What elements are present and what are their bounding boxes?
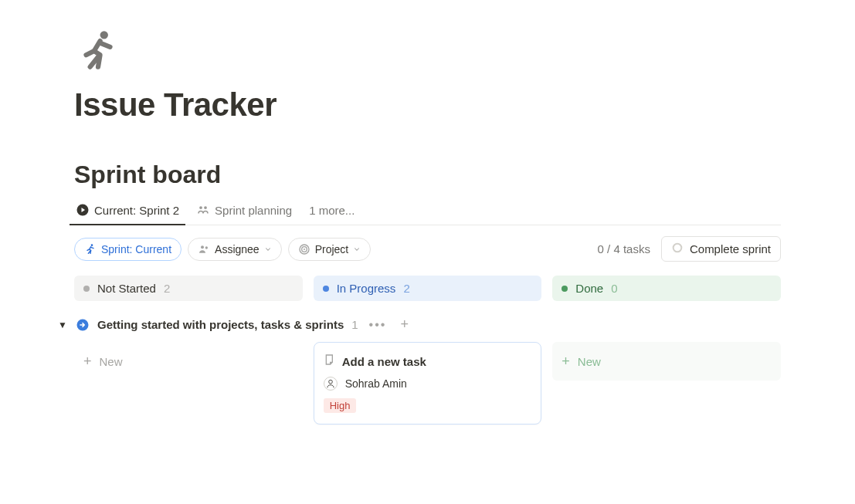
column-label: In Progress [337,282,396,295]
svg-point-12 [328,380,332,384]
play-circle-icon [76,203,90,217]
toolbar: Sprint: Current Assignee Project [74,236,781,262]
section-title: Sprint board [74,161,781,189]
cards-row: + New Add a new task Sohrab Amin H [74,342,781,425]
people-icon [198,243,210,255]
column-count: 2 [164,282,170,295]
progress-circle-icon [671,242,684,256]
svg-point-5 [201,245,204,249]
chevron-down-icon [353,245,361,253]
avatar [324,377,338,391]
target-icon [298,243,310,255]
new-label: New [578,355,601,368]
filter-label: Project [315,243,349,255]
tab-label: Current: Sprint 2 [94,204,179,217]
page-title: Issue Tracker [74,86,781,123]
task-count: 0 / 4 tasks [598,242,650,255]
group-title[interactable]: Getting started with projects, tasks & s… [97,318,344,331]
svg-point-2 [199,206,202,209]
filter-assignee[interactable]: Assignee [188,238,282,261]
group-count: 1 [351,318,358,331]
new-card-button[interactable]: + New [552,342,781,381]
card-assignee: Sohrab Amin [324,377,532,391]
new-label: New [100,355,123,368]
slot-in-progress: Add a new task Sohrab Amin High [314,342,542,425]
right-tools: 0 / 4 tasks Complete sprint [598,236,781,262]
button-label: Complete sprint [690,242,771,255]
plus-icon: + [562,354,570,368]
note-icon [324,353,336,369]
column-count: 2 [403,282,409,295]
task-card[interactable]: Add a new task Sohrab Amin High [314,342,542,425]
status-dot-icon [562,286,568,292]
svg-point-4 [91,244,93,246]
new-card-button[interactable]: + New [74,342,303,381]
card-title: Add a new task [342,355,426,368]
running-icon [84,243,97,255]
assignee-name: Sohrab Amin [345,377,407,390]
arrow-badge-icon [76,318,90,332]
slot-done: + New [552,342,781,381]
group-add-button[interactable]: + [397,316,412,333]
status-dot-icon [83,286,90,292]
more-tabs[interactable]: 1 more... [307,199,356,225]
status-dot-icon [323,286,329,292]
svg-point-9 [304,249,305,250]
tab-current-sprint[interactable]: Current: Sprint 2 [74,198,181,225]
column-done[interactable]: Done 0 [552,276,781,301]
chevron-down-icon [264,245,272,253]
filter-project[interactable]: Project [288,238,372,261]
filter-sprint[interactable]: Sprint: Current [74,238,182,261]
people-icon [196,203,210,217]
column-headers: Not Started 2 In Progress 2 Done 0 [74,276,781,301]
tab-label: Sprint planning [215,204,292,217]
column-in-progress[interactable]: In Progress 2 [314,276,542,301]
svg-point-3 [204,206,207,209]
group-row: ▼ Getting started with projects, tasks &… [74,315,781,342]
filter-label: Assignee [215,243,260,255]
tabs: Current: Sprint 2 Sprint planning 1 more… [74,198,781,225]
filter-label: Sprint: Current [101,243,171,255]
column-label: Done [575,282,603,295]
collapse-toggle[interactable]: ▼ [57,320,68,330]
column-count: 0 [611,282,617,295]
column-not-started[interactable]: Not Started 2 [74,276,303,301]
group-more-button[interactable]: ••• [366,318,390,332]
slot-not-started: + New [74,342,303,381]
priority-tag: High [324,398,357,413]
svg-point-6 [205,246,208,249]
complete-sprint-button[interactable]: Complete sprint [661,236,781,262]
svg-point-10 [673,244,682,252]
svg-point-0 [100,31,108,39]
plus-icon: + [83,354,92,368]
running-person-icon [74,25,781,80]
tab-sprint-planning[interactable]: Sprint planning [195,198,293,225]
filters: Sprint: Current Assignee Project [74,238,371,261]
column-label: Not Started [97,282,156,295]
